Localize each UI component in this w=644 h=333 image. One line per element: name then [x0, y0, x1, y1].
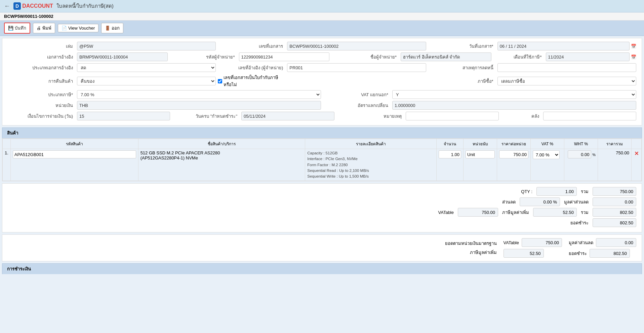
back-button[interactable]: ← — [4, 3, 10, 10]
logo-area: D DACCOUNT — [13, 2, 53, 10]
ref-type-select[interactable]: สด — [77, 63, 216, 72]
vat-pct-select[interactable]: 7.00 % — [533, 150, 560, 159]
tax-type-select[interactable]: เดลมภาษีซื้อ — [497, 77, 636, 85]
tax-month-input[interactable] — [546, 52, 630, 61]
std-unit-label: ยอดตามหน่วยเงินมาตรฐาน — [445, 240, 497, 247]
net-value: 802.50 — [593, 218, 636, 227]
row-code[interactable] — [10, 149, 138, 181]
col-action — [632, 139, 642, 149]
vat-select[interactable]: 7.00 % — [77, 90, 321, 99]
qty-input[interactable] — [439, 150, 461, 158]
payment-days-input[interactable] — [77, 112, 170, 120]
ref-type-label: ประเภทเอกสารอ้างอิง — [8, 64, 73, 71]
vat-amount-label: ภาษีมูลค่าเพิ่ม — [502, 209, 529, 216]
currency-input[interactable] — [77, 101, 321, 110]
col-total: ราคารวม — [598, 139, 632, 149]
row-delete[interactable]: ✕ — [632, 149, 642, 181]
doc-date-label: วันที่เอกสาร* — [428, 43, 493, 50]
brand-name: DACCOUNT — [22, 3, 53, 9]
ref-doc-label: เอกสารอ้างอิง — [8, 53, 73, 61]
calendar-icon[interactable]: 📅 — [631, 44, 636, 49]
col-detail: รายละเอียดสินค้า — [305, 139, 437, 149]
vatable-value: 750.00 — [458, 208, 498, 217]
logo-icon: D — [13, 2, 21, 10]
print-label: พิมพ์ — [42, 25, 51, 32]
view-voucher-button[interactable]: 📄 View Voucher — [58, 24, 98, 32]
volume-input[interactable] — [77, 42, 216, 50]
save-label: บันทึก — [15, 25, 26, 32]
row-total: 750.00 — [598, 149, 632, 181]
vat-label: ประเภทภาษี* — [8, 91, 73, 98]
subtotal-value: 802.50 — [593, 208, 636, 217]
products-title: สินค้า — [7, 131, 18, 136]
exchange-rate-label: อัตราแลกเปลี่ยน — [323, 102, 388, 109]
vat-separate-select[interactable]: Y — [392, 90, 636, 99]
row-detail: Capacity : 512GB Interface : PCIe Gen3, … — [305, 149, 437, 181]
row-wht[interactable]: % — [564, 149, 598, 181]
remark-input[interactable] — [406, 112, 499, 120]
vendor-code-label: รหัสผู้จำหน่าย* — [170, 53, 235, 61]
currency-label: หน่วยเงิน — [8, 102, 73, 109]
exit-icon: 🚪 — [105, 26, 110, 31]
warehouse-label: คลัง — [501, 113, 539, 120]
row-qty[interactable] — [437, 149, 464, 181]
btm-vatable-value: 750.00 — [522, 238, 562, 247]
row-no: 1. — [3, 149, 11, 181]
row-unit[interactable] — [464, 149, 497, 181]
doc-number-label: เลขที่เอกสาร — [218, 43, 283, 50]
products-table: รหัสสินค้า ชื่อสินค้า/บริการ รายละเอียดส… — [2, 139, 642, 181]
unit-input[interactable] — [466, 150, 495, 158]
is-tax-doc-checkbox[interactable] — [218, 79, 222, 83]
remark-label: หมายเหตุ — [336, 113, 402, 120]
vendor-code-input[interactable] — [239, 52, 330, 61]
return-type-select[interactable]: คืนของ — [77, 77, 216, 85]
vat-amount-value: 52.50 — [533, 208, 577, 217]
due-date-label: วันครบ "กำหนดชำระ" — [172, 113, 237, 120]
ref-po-input[interactable] — [287, 63, 426, 72]
tax-month-calendar-icon[interactable]: 📅 — [631, 54, 636, 60]
row-price[interactable] — [497, 149, 531, 181]
qty-summary-value: 1.00 — [536, 187, 577, 196]
subtotal-label: รวม — [581, 209, 589, 216]
doc-number-input[interactable] — [287, 42, 426, 50]
debt-reason-input[interactable] — [497, 63, 636, 72]
ref-doc-input[interactable] — [77, 52, 168, 61]
col-vat: VAT % — [531, 139, 564, 149]
products-section-header: สินค้า — [2, 127, 642, 138]
bottom-totals-section: ยอดตามหน่วยเงินมาตรฐาน ภาษีมูลค่าเพิ่ม V… — [2, 234, 642, 261]
col-price: ราคาต่อหน่วย — [497, 139, 531, 149]
view-voucher-label: View Voucher — [68, 26, 95, 31]
is-tax-doc-label: เลขที่เอกสารเป็นใบกำกับภาษีหรือไม่ — [224, 74, 285, 88]
vendor-name-input[interactable] — [401, 52, 491, 61]
page-title: ใบลดหนี้/ใบกำกับภาษี(สด) — [56, 2, 114, 10]
ref-po-label: เลขที่อ้างอิง (ผู้จำหน่าย) — [218, 64, 283, 71]
due-date-input[interactable] — [241, 112, 334, 120]
products-table-container: รหัสสินค้า ชื่อสินค้า/บริการ รายละเอียดส… — [2, 138, 642, 181]
total-value: 750.00 — [593, 187, 636, 196]
btm-vat-label: ภาษีมูลค่าเพิ่ม — [470, 249, 497, 256]
doc-date-input[interactable] — [497, 42, 630, 50]
vendor-name-label: ชื่อผู้จำหน่าย* — [331, 53, 397, 61]
btm-net-value: 802.50 — [590, 249, 630, 258]
tax-type-label: ภาษีซื้อ* — [428, 78, 493, 85]
exit-button[interactable]: 🚪 ออก — [101, 23, 123, 33]
print-button[interactable]: 🖨 พิมพ์ — [33, 23, 55, 33]
qty-summary-label: QTY : — [521, 189, 532, 194]
total-label: รวม — [581, 188, 589, 195]
vat-separate-label: VAT แยกนอก* — [323, 91, 388, 98]
col-name: ชื่อสินค้า/บริการ — [138, 139, 305, 149]
payment-section-header: การชำระเงิน — [2, 263, 642, 274]
wht-input[interactable] — [568, 150, 591, 158]
warehouse-input[interactable] — [543, 112, 636, 120]
save-icon: 💾 — [8, 26, 13, 31]
row-vat[interactable]: 7.00 % — [531, 149, 564, 181]
save-button[interactable]: 💾 บันทึก — [4, 23, 30, 34]
net-label: ยอดชำระ — [570, 219, 589, 226]
code-input[interactable] — [13, 150, 136, 158]
exchange-rate-input[interactable] — [392, 101, 636, 110]
discount-amount-value: 0.00 — [593, 197, 636, 206]
row-name: 512 GB SSD M.2 PCIe APACER AS2280(AP512G… — [138, 149, 305, 181]
price-input[interactable] — [499, 150, 528, 158]
delete-row-button[interactable]: ✕ — [634, 151, 639, 156]
exit-label: ออก — [112, 25, 120, 32]
